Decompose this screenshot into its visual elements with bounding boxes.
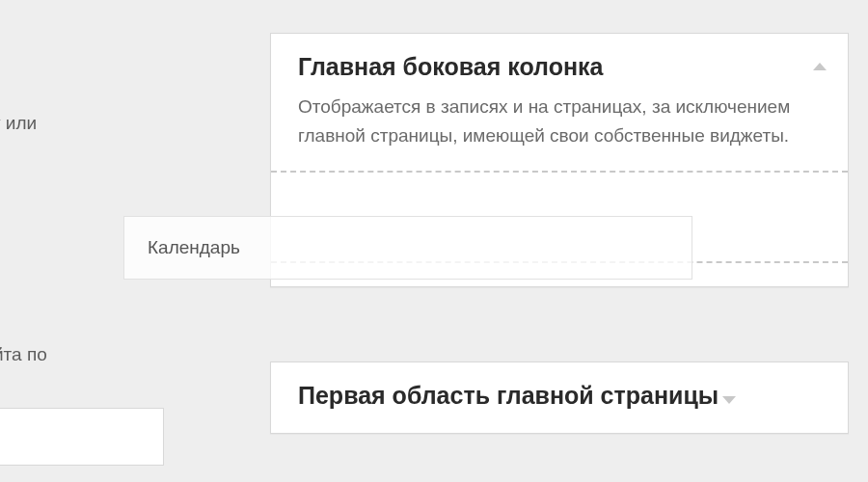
help-text-fragment-2: его сайта по xyxy=(0,340,174,369)
help-text-line: олонку или xyxy=(0,113,37,133)
panel-title: Главная боковая колонка xyxy=(298,53,603,80)
help-text-fragment-1: олонку или ь его xyxy=(0,109,174,168)
widget-source-box[interactable] xyxy=(0,408,164,466)
dragging-widget-ghost[interactable]: Календарь xyxy=(123,216,692,280)
chevron-up-icon[interactable] xyxy=(813,63,827,70)
sidebar-area-front-first[interactable]: Первая область главной страницы xyxy=(270,362,849,434)
panel-header[interactable]: Первая область главной страницы xyxy=(271,362,848,433)
panel-header[interactable]: Главная боковая колонка xyxy=(271,34,848,93)
chevron-down-icon[interactable] xyxy=(722,396,736,404)
widget-label: Календарь xyxy=(148,237,240,258)
panel-description: Отображается в записях и на страницах, з… xyxy=(271,93,848,161)
panel-title: Первая область главной страницы xyxy=(298,382,719,409)
help-text-line: его сайта по xyxy=(0,344,47,364)
